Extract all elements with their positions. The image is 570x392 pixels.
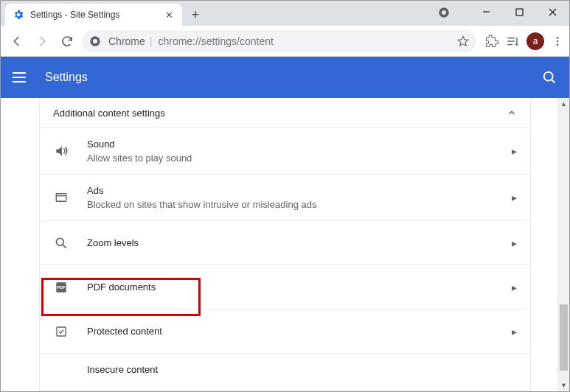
zoom-icon — [53, 236, 69, 251]
row-title: Zoom levels — [87, 237, 494, 248]
address-bar[interactable]: Chrome | chrome://settings/content — [82, 30, 476, 52]
svg-line-16 — [63, 245, 66, 248]
maximize-button[interactable] — [503, 1, 536, 23]
forward-button[interactable] — [32, 31, 52, 52]
setting-row-ads[interactable]: Ads Blocked on sites that show intrusive… — [40, 174, 530, 220]
new-tab-button[interactable]: + — [185, 4, 206, 25]
chevron-right-icon: ▸ — [512, 192, 517, 203]
tab-title: Settings - Site Settings — [30, 10, 164, 20]
row-title: PDF documents — [87, 281, 494, 293]
ads-icon — [53, 191, 69, 204]
page-title: Settings — [45, 71, 541, 84]
row-title: Ads — [87, 185, 494, 196]
content-area: Additional content settings Sound Allow … — [1, 98, 569, 391]
section-header-label: Additional content settings — [53, 108, 165, 119]
protected-icon — [53, 325, 69, 338]
setting-row-protected[interactable]: Protected content ▸ — [40, 309, 530, 353]
settings-panel: Additional content settings Sound Allow … — [39, 98, 531, 391]
chevron-right-icon: ▸ — [512, 281, 517, 293]
svg-line-12 — [552, 80, 555, 83]
svg-point-7 — [93, 39, 97, 43]
close-window-button[interactable] — [536, 1, 569, 23]
row-desc: Allow sites to play sound — [87, 153, 494, 164]
menu-icon[interactable] — [13, 69, 30, 86]
setting-row-sound[interactable]: Sound Allow sites to play sound ▸ — [40, 127, 530, 174]
minimize-button[interactable] — [470, 1, 503, 23]
svg-rect-3 — [516, 9, 523, 15]
toolbar-actions: a — [485, 32, 563, 50]
setting-row-insecure[interactable]: Insecure content — [40, 353, 530, 375]
extensions-icon[interactable] — [485, 35, 498, 48]
window-controls — [470, 1, 569, 23]
svg-text:PDF: PDF — [57, 285, 66, 290]
svg-rect-13 — [56, 194, 66, 202]
row-title: Protected content — [87, 326, 494, 337]
profile-avatar[interactable]: a — [526, 32, 544, 50]
reload-button[interactable] — [57, 31, 77, 52]
section-header-additional-content[interactable]: Additional content settings — [40, 98, 530, 127]
scroll-up-icon[interactable]: ▲ — [558, 98, 569, 110]
row-title: Sound — [87, 139, 494, 150]
scroll-down-icon[interactable]: ▼ — [558, 379, 569, 391]
settings-appbar: Settings — [1, 57, 569, 98]
profile-indicator-icon[interactable] — [437, 5, 451, 20]
chrome-product-icon — [89, 35, 101, 47]
overflow-menu-icon[interactable] — [552, 35, 563, 47]
search-icon[interactable] — [541, 69, 557, 85]
close-tab-icon[interactable]: ✕ — [164, 10, 175, 21]
svg-point-8 — [557, 37, 559, 39]
reading-list-icon[interactable] — [506, 35, 519, 48]
address-divider: | — [150, 35, 153, 47]
scroll-thumb[interactable] — [560, 304, 568, 371]
bookmark-star-icon[interactable] — [457, 35, 469, 47]
address-prefix: Chrome — [108, 35, 145, 47]
svg-point-11 — [544, 72, 553, 81]
svg-rect-19 — [57, 327, 66, 336]
settings-gear-icon — [13, 9, 24, 21]
address-url: chrome://settings/content — [158, 35, 273, 47]
setting-row-zoom[interactable]: Zoom levels ▸ — [40, 220, 530, 265]
chevron-right-icon: ▸ — [512, 145, 517, 157]
vertical-scrollbar[interactable]: ▲ ▼ — [557, 98, 569, 391]
svg-point-15 — [56, 238, 63, 245]
volume-icon — [53, 144, 69, 158]
browser-tab[interactable]: Settings - Site Settings ✕ — [5, 4, 182, 26]
chevron-up-icon — [507, 108, 517, 118]
svg-point-9 — [557, 40, 559, 42]
svg-point-1 — [442, 10, 446, 15]
pdf-icon: PDF — [53, 281, 69, 294]
back-button[interactable] — [7, 31, 27, 52]
browser-toolbar: Chrome | chrome://settings/content a — [1, 26, 569, 57]
svg-point-10 — [557, 43, 559, 46]
row-desc: Blocked on sites that show intrusive or … — [87, 199, 494, 210]
chevron-right-icon: ▸ — [512, 237, 517, 249]
chevron-right-icon: ▸ — [512, 326, 517, 337]
setting-row-pdf[interactable]: PDF PDF documents ▸ — [40, 265, 530, 309]
window-titlebar: Settings - Site Settings ✕ + — [1, 1, 569, 26]
row-title: Insecure content — [87, 364, 517, 375]
